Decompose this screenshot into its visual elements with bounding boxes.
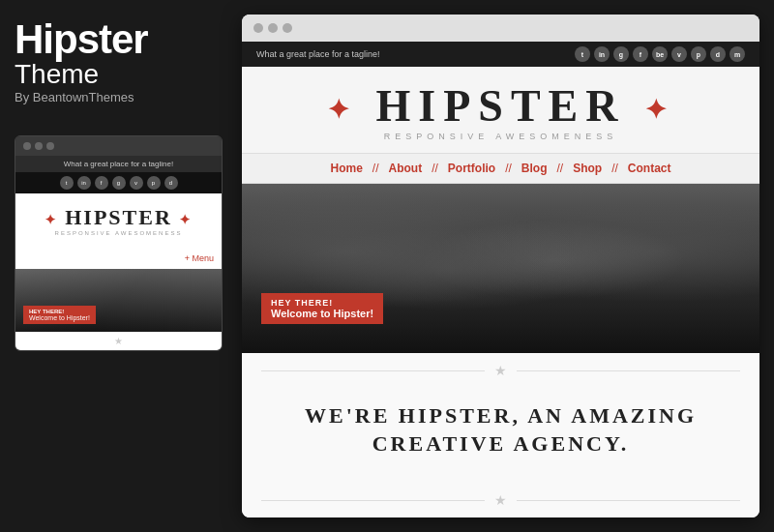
social-icon-google[interactable]: g — [613, 46, 629, 62]
site-topbar-tagline: What a great place for a tagline! — [256, 49, 380, 59]
large-dot-2 — [268, 23, 278, 33]
mini-logo-area: ✦ HIPSTER ✦ RESPONSIVE AWESOMENESS — [15, 193, 222, 244]
theme-author: By BeantownThemes — [15, 90, 148, 104]
site-logo-area: ✦ HIPSTER ✦ RESPONSIVE AWESOMENESS — [242, 67, 759, 154]
logo-star-left: ✦ — [327, 95, 357, 125]
nav-item-contact[interactable]: Contact — [618, 162, 681, 175]
site-tagline-section: WE'RE HIPSTER, AN AMAZING CREATIVE AGENC… — [242, 388, 759, 483]
mini-dot-1 — [23, 142, 31, 150]
social-icon-facebook[interactable]: f — [633, 46, 648, 62]
bottom-divider-line-right — [517, 500, 740, 501]
large-dot-1 — [253, 23, 263, 33]
site-logo-subtext: RESPONSIVE AWESOMENESS — [256, 132, 745, 141]
right-panel: What a great place for a tagline! t in g… — [237, 0, 774, 532]
social-icon-twitter[interactable]: t — [575, 46, 590, 62]
social-icon-vimeo[interactable]: v — [671, 46, 687, 62]
hero-badge-top: HEY THERE! — [271, 298, 373, 308]
mini-menu-button[interactable]: + Menu — [185, 253, 214, 263]
mini-social-bar: t in f g v p d — [15, 172, 222, 193]
site-main-tagline: WE'RE HIPSTER, AN AMAZING CREATIVE AGENC… — [271, 402, 730, 458]
divider-line-right — [517, 370, 740, 371]
nav-item-portfolio[interactable]: Portfolio — [438, 162, 505, 175]
mini-hero-badge: HEY THERE! Welcome to Hipster! — [23, 306, 96, 324]
hero-image — [242, 184, 759, 353]
bottom-divider-star: ★ — [485, 492, 517, 508]
mini-dot-3 — [46, 142, 54, 150]
large-dot-3 — [283, 23, 292, 33]
hero-people-bg — [242, 184, 759, 353]
mini-logo-sub: RESPONSIVE AWESOMENESS — [20, 230, 217, 236]
mini-social-icon-2: in — [77, 176, 91, 190]
social-icon-pinterest[interactable]: p — [691, 46, 706, 62]
nav-sep-3: // — [505, 162, 512, 175]
star-divider-bottom: ★ — [242, 483, 759, 517]
left-panel: Hipster Theme By BeantownThemes What a g… — [0, 0, 237, 532]
site-logo-text: ✦ HIPSTER ✦ — [256, 84, 745, 129]
site-nav: Home // About // Portfolio // Blog // Sh… — [242, 154, 759, 184]
mini-tagline: What a great place for a tagline! — [15, 156, 222, 172]
mini-menu-bar: + Menu — [15, 244, 222, 269]
nav-item-blog[interactable]: Blog — [512, 162, 557, 175]
mini-logo-star-left: ✦ — [45, 213, 58, 227]
mini-social-icon-7: d — [164, 176, 178, 190]
site-social-icons: t in g f be v p d m — [575, 46, 745, 62]
logo-star-right: ✦ — [644, 95, 674, 125]
nav-sep-2: // — [432, 162, 438, 175]
mini-logo-star-right: ✦ — [179, 213, 193, 227]
social-icon-behance[interactable]: be — [652, 46, 668, 62]
nav-item-home[interactable]: Home — [320, 162, 372, 175]
star-divider-top: ★ — [242, 353, 759, 388]
site-hero: HEY THERE! Welcome to Hipster! — [242, 184, 759, 353]
nav-sep-5: // — [611, 162, 618, 175]
mini-logo-text: ✦ HIPSTER ✦ — [20, 205, 217, 230]
bottom-divider-line-left — [261, 500, 485, 501]
mini-social-icon-3: f — [95, 176, 108, 190]
mini-social-icon-6: p — [147, 176, 161, 190]
large-browser-content: What a great place for a tagline! t in g… — [242, 42, 759, 517]
mini-browser-content: What a great place for a tagline! t in f… — [15, 156, 222, 350]
large-browser-bar — [242, 15, 759, 42]
nav-sep-4: // — [557, 162, 564, 175]
mini-hero: HEY THERE! Welcome to Hipster! — [15, 269, 222, 332]
mini-browser-bar — [15, 136, 222, 156]
nav-item-shop[interactable]: Shop — [563, 162, 611, 175]
theme-name: Hipster — [15, 19, 148, 60]
mini-social-icon-5: v — [130, 176, 143, 190]
large-browser: What a great place for a tagline! t in g… — [242, 15, 759, 517]
nav-item-about[interactable]: About — [379, 162, 432, 175]
mini-browser-preview: What a great place for a tagline! t in f… — [15, 135, 223, 351]
site-topbar: What a great place for a tagline! t in g… — [242, 42, 759, 67]
mini-star-icon: ★ — [114, 336, 123, 346]
mini-star-row: ★ — [15, 332, 222, 350]
divider-line-left — [261, 370, 485, 371]
mini-social-icon-1: t — [60, 176, 74, 190]
social-icon-instagram[interactable]: in — [594, 46, 610, 62]
hero-badge-bottom: Welcome to Hipster! — [271, 308, 373, 319]
theme-title-block: Hipster Theme By BeantownThemes — [15, 19, 148, 124]
social-icon-dribbble[interactable]: d — [710, 46, 726, 62]
nav-sep-1: // — [372, 162, 379, 175]
social-icon-mail[interactable]: m — [729, 46, 745, 62]
mini-dot-2 — [35, 142, 43, 150]
theme-sub: Theme — [15, 60, 148, 90]
hero-badge: HEY THERE! Welcome to Hipster! — [261, 293, 383, 324]
mini-social-icon-4: g — [112, 176, 126, 190]
divider-star: ★ — [485, 363, 517, 378]
mini-hero-welcome: Welcome to Hipster! — [29, 314, 90, 321]
